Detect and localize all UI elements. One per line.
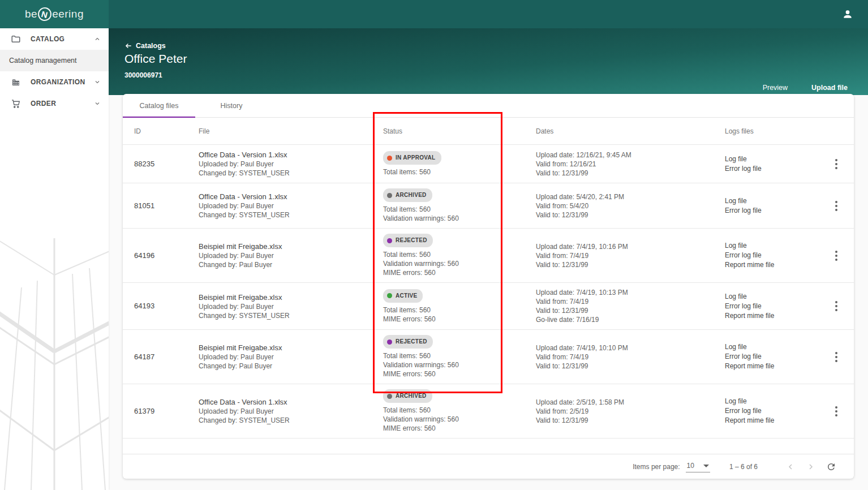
person-icon bbox=[842, 8, 853, 20]
log-file-link[interactable]: Error log file bbox=[725, 406, 818, 416]
log-file-link[interactable]: Log file bbox=[725, 241, 818, 251]
changed-by: Changed by: SYSTEM_USER bbox=[199, 311, 383, 320]
items-per-page-label: Items per page: bbox=[633, 463, 680, 471]
status-label: REJECTED bbox=[396, 337, 427, 346]
date-line: Upload date: 7/4/19, 10:16 PM bbox=[536, 242, 725, 251]
user-avatar-button[interactable] bbox=[839, 5, 857, 23]
log-file-link[interactable]: Error log file bbox=[725, 164, 818, 174]
date-line: Valid to: 12/31/99 bbox=[536, 169, 725, 178]
uploaded-by: Uploaded by: Paul Buyer bbox=[199, 160, 383, 169]
dates-cell: Upload date: 5/4/20, 2:41 PMValid from: … bbox=[536, 192, 725, 220]
date-line: Valid from: 2/5/19 bbox=[536, 407, 725, 416]
catalog-files-card: Catalog files History ID File Status Dat… bbox=[123, 94, 854, 479]
page-range-label: 1 – 6 of 6 bbox=[729, 463, 758, 471]
log-file-link[interactable]: Report mime file bbox=[725, 260, 818, 270]
status-details: Total items: 560Validation warrnings: 56… bbox=[383, 250, 536, 277]
date-line: Valid from: 7/4/19 bbox=[536, 297, 725, 306]
tab-catalog-files[interactable]: Catalog files bbox=[123, 94, 195, 117]
date-lines: Upload date: 12/16/21, 9:45 AMValid from… bbox=[536, 151, 725, 178]
dates-cell: Upload date: 12/16/21, 9:45 AMValid from… bbox=[536, 151, 725, 178]
status-dot-icon bbox=[387, 193, 392, 198]
logo-text-pre: be bbox=[25, 8, 37, 20]
log-file-link[interactable]: Log file bbox=[725, 154, 818, 164]
date-line: Valid to: 12/31/99 bbox=[536, 362, 725, 371]
status-label: REJECTED bbox=[396, 236, 427, 245]
changed-by: Changed by: SYSTEM_USER bbox=[199, 416, 383, 425]
log-file-link[interactable]: Log file bbox=[725, 342, 818, 352]
status-detail-line: Total items: 560 bbox=[383, 167, 536, 177]
sidebar-item-organization[interactable]: ORGANIZATION bbox=[0, 71, 109, 93]
folder-icon bbox=[11, 34, 21, 44]
log-links: Log fileError log file bbox=[725, 154, 818, 174]
column-header-logs: Logs files bbox=[725, 127, 818, 135]
row-menu-kebab-icon[interactable] bbox=[833, 197, 840, 214]
items-per-page-select[interactable]: 10 bbox=[686, 461, 710, 472]
status-detail-line: MIME errors: 560 bbox=[383, 424, 536, 433]
date-line: Upload date: 2/5/19, 1:58 PM bbox=[536, 398, 725, 407]
row-id: 64196 bbox=[123, 251, 199, 260]
changed-by: Changed by: Paul Buyer bbox=[199, 362, 383, 371]
date-line: Valid from: 12/16/21 bbox=[536, 160, 725, 169]
status-badge: ARCHIVED bbox=[383, 188, 432, 202]
tab-bar: Catalog files History bbox=[123, 94, 854, 118]
row-menu-kebab-icon[interactable] bbox=[833, 403, 840, 419]
back-arrow-icon bbox=[124, 42, 132, 50]
file-cell: Office Data - Version 1.xlsx Uploaded by… bbox=[199, 397, 383, 425]
status-label: ACTIVE bbox=[396, 291, 417, 300]
log-file-link[interactable]: Report mime file bbox=[725, 362, 818, 371]
active-tab-indicator bbox=[123, 117, 195, 118]
log-links: Log fileError log fileReport mime file bbox=[725, 342, 818, 371]
chevron-down-icon bbox=[94, 100, 101, 107]
log-file-link[interactable]: Error log file bbox=[725, 302, 818, 311]
row-id: 64193 bbox=[123, 302, 199, 311]
date-line: Valid from: 7/4/19 bbox=[536, 353, 725, 362]
back-to-catalogs-link[interactable]: Catalogs bbox=[124, 42, 166, 50]
file-name: Office Data - Version 1.xlsx bbox=[199, 192, 383, 201]
upload-file-button[interactable]: Upload file bbox=[811, 84, 848, 92]
log-file-link[interactable]: Report mime file bbox=[725, 311, 818, 321]
log-file-link[interactable]: Log file bbox=[725, 292, 818, 302]
sidebar-item-catalog[interactable]: CATALOG bbox=[0, 28, 109, 50]
next-page-button[interactable] bbox=[803, 459, 819, 475]
status-details: Total items: 560Validation warrnings: 56… bbox=[383, 406, 536, 433]
status-detail-line: Total items: 560 bbox=[383, 250, 536, 259]
status-badge: IN APPROVAL bbox=[383, 151, 441, 165]
table-row: 64196 Beispiel mit Freigabe.xlsx Uploade… bbox=[123, 229, 854, 283]
status-label: IN APPROVAL bbox=[396, 153, 436, 162]
date-line: Valid from: 5/4/20 bbox=[536, 201, 725, 210]
log-file-link[interactable]: Report mime file bbox=[725, 416, 818, 425]
date-lines: Upload date: 5/4/20, 2:41 PMValid from: … bbox=[536, 192, 725, 220]
status-badge: ARCHIVED bbox=[383, 389, 432, 403]
sidebar-item-catalog-management[interactable]: Catalog management bbox=[0, 50, 109, 71]
table-row: 64187 Beispiel mit Freigabe.xlsx Uploade… bbox=[123, 330, 854, 384]
status-dot-icon bbox=[387, 394, 392, 399]
log-file-link[interactable]: Log file bbox=[725, 196, 818, 206]
row-menu-kebab-icon[interactable] bbox=[833, 349, 840, 365]
status-detail-line: MIME errors: 560 bbox=[383, 369, 536, 379]
date-line: Upload date: 5/4/20, 2:41 PM bbox=[536, 192, 725, 201]
status-badge: REJECTED bbox=[383, 335, 433, 349]
tab-history[interactable]: History bbox=[195, 94, 268, 117]
log-file-link[interactable]: Error log file bbox=[725, 352, 818, 362]
refresh-icon[interactable] bbox=[823, 459, 839, 475]
log-file-link[interactable]: Error log file bbox=[725, 251, 818, 260]
file-name: Office Data - Version 1.xlsx bbox=[199, 397, 383, 407]
logo-n-icon: N bbox=[37, 6, 53, 22]
row-id: 61379 bbox=[123, 407, 199, 416]
uploaded-by: Uploaded by: Paul Buyer bbox=[199, 251, 383, 260]
row-menu-kebab-icon[interactable] bbox=[833, 298, 840, 315]
row-menu-kebab-icon[interactable] bbox=[833, 247, 840, 264]
file-cell: Beispiel mit Freigabe.xlsx Uploaded by: … bbox=[199, 293, 383, 320]
status-cell: ACTIVE Total items: 560MIME errors: 560 bbox=[383, 289, 536, 324]
sidebar-item-order[interactable]: ORDER bbox=[0, 93, 109, 114]
previous-page-button[interactable] bbox=[783, 459, 798, 475]
status-detail-line: Total items: 560 bbox=[383, 406, 536, 415]
preview-button[interactable]: Preview bbox=[763, 84, 788, 92]
status-dot-icon bbox=[387, 293, 392, 298]
log-file-link[interactable]: Log file bbox=[725, 397, 818, 406]
column-header-id: ID bbox=[123, 127, 199, 135]
log-file-link[interactable]: Error log file bbox=[725, 206, 818, 216]
status-label: ARCHIVED bbox=[396, 191, 427, 200]
log-links: Log fileError log file bbox=[725, 196, 818, 216]
row-menu-kebab-icon[interactable] bbox=[833, 156, 840, 172]
